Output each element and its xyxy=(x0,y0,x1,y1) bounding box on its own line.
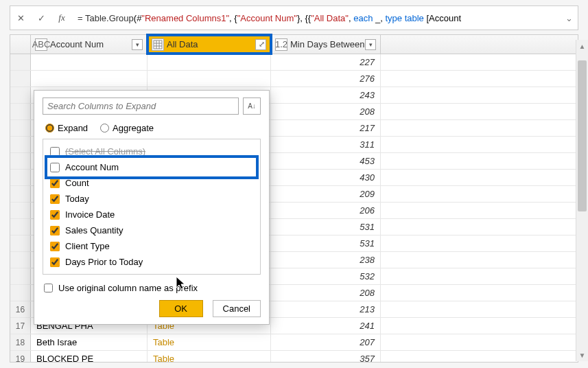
column-checkbox[interactable]: Days Prior to Today xyxy=(49,254,255,270)
cell-account-num[interactable]: Beth Israe xyxy=(31,334,148,350)
table-row[interactable]: 276 xyxy=(10,71,578,87)
cell-min-days[interactable]: 208 xyxy=(271,104,381,119)
column-header-account-num[interactable]: ABC Account Num ▾ xyxy=(31,35,148,54)
row-number xyxy=(10,104,31,119)
row-number: 16 xyxy=(10,301,31,317)
formula-cancel-icon[interactable]: ✕ xyxy=(10,6,31,30)
search-columns-input[interactable] xyxy=(43,97,239,115)
row-number xyxy=(10,170,31,185)
sort-columns-button[interactable]: A↓ xyxy=(243,97,261,115)
cell-min-days[interactable]: 357 xyxy=(271,351,381,362)
formula-arg3: "All Data" xyxy=(311,13,349,23)
cell-all-data[interactable]: Table xyxy=(148,351,271,362)
cell-min-days[interactable]: 227 xyxy=(271,54,381,70)
formula-under: _, xyxy=(373,13,385,23)
cell-min-days[interactable]: 243 xyxy=(271,87,381,103)
column-header-min-days-between[interactable]: 1.2 Min Days Between ▾ xyxy=(271,35,381,54)
table-row[interactable]: 19BLOCKED PETable357 xyxy=(10,351,578,362)
column-checkbox[interactable]: Count xyxy=(49,175,255,191)
data-grid: ABC Account Num ▾ All Data ⤢ 1.2 Min Day… xyxy=(10,34,578,363)
column-checkbox[interactable]: Sales Quantity xyxy=(49,222,255,238)
formula-sep1: , { xyxy=(229,13,237,23)
mouse-cursor-icon xyxy=(175,275,187,290)
column-label: Account Num xyxy=(50,39,132,49)
cell-min-days[interactable]: 217 xyxy=(271,120,381,136)
column-label: Min Days Between xyxy=(290,39,365,49)
row-number xyxy=(10,87,31,103)
aggregate-radio[interactable]: Aggregate xyxy=(100,123,154,133)
cell-account-num[interactable] xyxy=(31,71,148,87)
cell-min-days[interactable]: 531 xyxy=(271,219,381,235)
row-number xyxy=(10,203,31,218)
formula-eq: = xyxy=(78,13,85,23)
row-number xyxy=(10,235,31,251)
ok-button[interactable]: OK xyxy=(159,300,203,317)
cell-all-data[interactable] xyxy=(148,71,271,87)
table-row[interactable]: 227 xyxy=(10,54,578,71)
cell-all-data[interactable]: Table xyxy=(148,334,271,350)
row-number xyxy=(10,268,31,284)
cell-min-days[interactable]: 531 xyxy=(271,235,381,251)
svg-rect-0 xyxy=(154,41,162,49)
number-type-icon: 1.2 xyxy=(275,38,287,51)
cell-min-days[interactable]: 532 xyxy=(271,268,381,284)
column-filter-dropdown[interactable]: ▾ xyxy=(132,39,143,50)
row-number xyxy=(10,153,31,169)
scroll-up-icon[interactable]: ▲ xyxy=(576,40,588,52)
column-header-row: ABC Account Num ▾ All Data ⤢ 1.2 Min Day… xyxy=(10,35,578,54)
expand-column-icon[interactable]: ⤢ xyxy=(255,39,266,50)
cell-min-days[interactable]: 206 xyxy=(271,203,381,218)
vertical-scrollbar[interactable]: ▲ ▼ xyxy=(576,40,588,361)
cell-min-days[interactable]: 213 xyxy=(271,301,381,317)
cell-min-days[interactable]: 208 xyxy=(271,285,381,301)
row-number xyxy=(10,120,31,136)
column-checkbox[interactable]: Today xyxy=(49,191,255,207)
row-number xyxy=(10,219,31,235)
column-label: All Data xyxy=(167,39,255,49)
column-filter-dropdown[interactable]: ▾ xyxy=(365,39,376,50)
cell-min-days[interactable]: 241 xyxy=(271,318,381,334)
formula-each: each xyxy=(353,13,373,23)
expand-radio[interactable]: Expand xyxy=(45,123,88,133)
formula-arg2: "Account Num" xyxy=(237,13,297,23)
cancel-button[interactable]: Cancel xyxy=(213,300,261,317)
row-number: 17 xyxy=(10,318,31,334)
scroll-down-icon[interactable]: ▼ xyxy=(576,349,588,361)
cell-account-num[interactable] xyxy=(31,54,148,70)
formula-confirm-icon[interactable]: ✓ xyxy=(31,6,51,30)
fx-icon[interactable]: fx xyxy=(51,6,72,30)
cell-min-days[interactable]: 430 xyxy=(271,170,381,185)
cell-min-days[interactable]: 453 xyxy=(271,153,381,169)
row-number-header xyxy=(10,35,31,54)
column-checkbox[interactable]: Invoice Date xyxy=(49,207,255,222)
row-number xyxy=(10,54,31,70)
formula-sep2: }, {{ xyxy=(297,13,311,23)
row-number xyxy=(10,71,31,87)
table-type-icon xyxy=(152,38,164,51)
formula-bar: ✕ ✓ fx = Table.Group(#"Renamed Columns1"… xyxy=(10,5,578,30)
cell-all-data[interactable] xyxy=(148,54,271,70)
cell-min-days[interactable]: 207 xyxy=(271,334,381,350)
select-all-checkbox[interactable]: (Select All Columns) xyxy=(49,143,255,159)
cell-min-days[interactable]: 311 xyxy=(271,137,381,152)
formula-type: type table xyxy=(385,13,423,23)
formula-tail: [Account xyxy=(424,13,461,23)
expand-columns-popup: A↓ Expand Aggregate (Select All Columns)… xyxy=(34,90,270,325)
columns-checklist: (Select All Columns) Account NumCountTod… xyxy=(43,139,261,275)
row-number xyxy=(10,252,31,268)
scrollbar-thumb[interactable] xyxy=(578,60,587,211)
column-checkbox[interactable]: Account Num xyxy=(49,159,255,175)
text-type-icon: ABC xyxy=(35,38,47,51)
formula-open: (# xyxy=(134,13,142,23)
table-row[interactable]: 18Beth IsraeTable207 xyxy=(10,334,578,351)
formula-fn: Table.Group xyxy=(85,13,134,23)
column-header-all-data[interactable]: All Data ⤢ xyxy=(148,35,271,54)
cell-min-days[interactable]: 238 xyxy=(271,252,381,268)
column-checkbox[interactable]: Client Type xyxy=(49,238,255,254)
formula-input[interactable]: = Table.Group(#"Renamed Columns1", {"Acc… xyxy=(72,12,560,23)
cell-min-days[interactable]: 276 xyxy=(271,71,381,87)
row-number: 18 xyxy=(10,334,31,350)
cell-account-num[interactable]: BLOCKED PE xyxy=(31,351,148,362)
formula-expand-icon[interactable]: ⌄ xyxy=(560,13,578,23)
cell-min-days[interactable]: 209 xyxy=(271,186,381,202)
